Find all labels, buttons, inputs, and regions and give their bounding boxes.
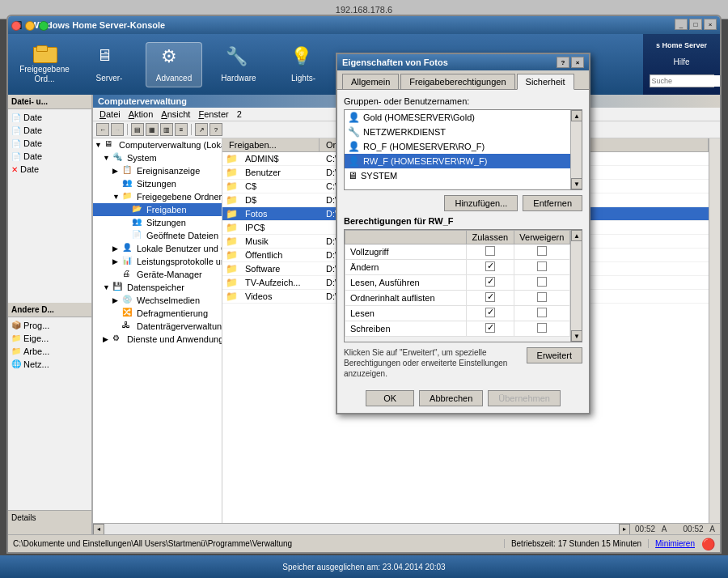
user-system[interactable]: 🖥 SYSTEM	[345, 168, 570, 183]
sidebar-item-date4[interactable]: 📄Date	[10, 150, 90, 163]
tree-item-ereignis[interactable]: ▶ 📋 Ereignisanzeige	[93, 164, 222, 177]
sidebar-item-date2[interactable]: 📄Date	[10, 124, 90, 137]
back-btn[interactable]: ←	[96, 123, 109, 136]
dialog-close-btn[interactable]: ×	[571, 57, 584, 68]
erweitert-btn[interactable]: Erweitert	[527, 347, 582, 363]
perms-scroll-up[interactable]: ▲	[571, 230, 582, 241]
ubernehmen-btn[interactable]: Übernehmen	[488, 390, 561, 406]
perm-deny-lesen-ausfuhren[interactable]	[514, 275, 569, 291]
minimieren-btn[interactable]: Minimieren	[655, 539, 695, 548]
tree-item-leistung[interactable]: ▶ 📊 Leistungsprotokolle und War	[93, 255, 222, 268]
toolbar-item-freigegebene[interactable]: FreigegebeneOrd...	[16, 42, 73, 87]
scroll-right-btn[interactable]: ▸	[619, 524, 630, 535]
fwd-btn[interactable]: →	[111, 123, 124, 136]
tree-item-sitzungen[interactable]: 👥 Sitzungen	[93, 177, 222, 190]
view-btn1[interactable]: ▤	[131, 123, 144, 136]
users-scrollbar[interactable]: ▲ ▼	[570, 110, 582, 189]
tree-item-freigegebene[interactable]: ▼ 📁 Freigegebene Ordner	[93, 190, 222, 203]
menu-fenster[interactable]: Fenster	[195, 108, 231, 120]
sidebar-item-date3[interactable]: 📄Date	[10, 137, 90, 150]
tree-item-sitz2[interactable]: 👥 Sitzungen	[93, 216, 222, 229]
scroll-down-arrow[interactable]: ▼	[571, 178, 582, 189]
export-btn[interactable]: ↗	[195, 123, 208, 136]
scroll-up-arrow[interactable]: ▲	[571, 110, 582, 121]
cb-deny-andern[interactable]	[537, 261, 547, 271]
perm-allow-vollzugriff[interactable]	[467, 244, 514, 260]
sidebar-item-eige[interactable]: 📁Eige...	[10, 332, 90, 345]
tree-item-dienste[interactable]: ▶ ⚙ Dienste und Anwendungen	[93, 333, 222, 346]
help-btn[interactable]: Hilfe	[673, 57, 689, 66]
tab-allgemein[interactable]: Allgemein	[342, 74, 399, 89]
scroll-track-users[interactable]	[571, 121, 582, 178]
minimize-btn[interactable]: _	[675, 19, 688, 30]
ok-btn[interactable]: OK	[366, 390, 414, 406]
tree-item-local-users[interactable]: ▶ 👤 Lokale Benutzer und Gruppe	[93, 242, 222, 255]
sidebar-item-arbe[interactable]: 📁Arbe...	[10, 345, 90, 358]
cb-allow-schreiben[interactable]	[485, 323, 495, 333]
tree-item-datentr[interactable]: 🖧 Datenträgerverwaltung	[93, 320, 222, 333]
mac-min-btn[interactable]	[25, 21, 35, 31]
sidebar-item-prog[interactable]: 📦Prog...	[10, 319, 90, 332]
cb-allow-lesen[interactable]	[485, 277, 495, 287]
toolbar-item-advanced[interactable]: ⚙ Advanced	[146, 42, 202, 87]
tree-item-freigaben[interactable]: 📂 Freigaben	[93, 203, 222, 216]
sidebar-item-date5[interactable]: ✕Date	[10, 163, 90, 176]
toolbar-item-lights[interactable]: 💡 Lights-	[275, 43, 332, 87]
tab-sicherheit[interactable]: Sicherheit	[517, 74, 574, 90]
help-btn-small[interactable]: ?	[210, 123, 222, 136]
menu-datei[interactable]: Datei	[96, 108, 124, 120]
cb-deny-lesen2[interactable]	[537, 308, 547, 317]
perms-scrollbar[interactable]: ▲ ▼	[570, 230, 582, 342]
tree-item-defrag[interactable]: 🔀 Defragmentierung	[93, 307, 222, 320]
tree-item-system[interactable]: ▼ 🔩 System	[93, 151, 222, 164]
sidebar-item-date1[interactable]: 📄Date	[10, 111, 90, 124]
perm-deny-andern[interactable]	[514, 260, 569, 275]
tree-item-opened[interactable]: 📄 Geöffnete Dateien	[93, 229, 222, 242]
search-input[interactable]	[650, 75, 722, 87]
col-freigaben[interactable]: Freigaben...	[222, 138, 320, 151]
cb-deny-lesen[interactable]	[537, 277, 547, 287]
cb-deny-vollzugriff[interactable]	[537, 246, 547, 256]
scroll-track[interactable]	[104, 524, 619, 535]
tree-item-root[interactable]: ▼ 🖥 Computerverwaltung (Lokal)	[93, 138, 222, 151]
menu-2[interactable]: 2	[234, 108, 245, 120]
view-btn3[interactable]: ▥	[160, 123, 173, 136]
mac-close-btn[interactable]	[11, 21, 21, 31]
cb-allow-vollzugriff[interactable]	[485, 246, 495, 256]
perms-scroll-track[interactable]	[571, 241, 582, 330]
user-gold[interactable]: 👤 Gold (HOMESERVER\Gold)	[345, 110, 570, 125]
perm-deny-schreiben[interactable]	[514, 321, 569, 337]
menu-ansicht[interactable]: Ansicht	[158, 108, 193, 120]
tree-item-wechsel[interactable]: ▶ 💿 Wechselmedien	[93, 294, 222, 307]
close-btn[interactable]: ×	[704, 19, 717, 30]
perm-deny-vollzugriff[interactable]	[514, 244, 569, 260]
scroll-left-btn[interactable]: ◂	[93, 524, 104, 535]
list-scrollbar[interactable]	[709, 138, 720, 523]
perm-allow-ordner[interactable]	[467, 291, 514, 306]
abbrechen-btn[interactable]: Abbrechen	[419, 390, 483, 406]
perm-allow-andern[interactable]	[467, 260, 514, 275]
tree-item-datenspeicher[interactable]: ▼ 💾 Datenspeicher	[93, 281, 222, 294]
cb-allow-ordner[interactable]	[485, 292, 495, 302]
user-ro-f[interactable]: 👤 RO_F (HOMESERVER\RO_F)	[345, 139, 570, 154]
mac-max-btn[interactable]	[39, 21, 49, 31]
perm-deny-ordner[interactable]	[514, 291, 569, 306]
cb-deny-schreiben[interactable]	[537, 323, 547, 333]
toolbar-item-hardware[interactable]: 🔧 Hardware	[210, 43, 267, 87]
tree-item-geraete[interactable]: 🖨 Geräte-Manager	[93, 268, 222, 281]
add-btn[interactable]: Hinzufügen...	[444, 195, 518, 211]
view-btn2[interactable]: ▦	[146, 123, 159, 136]
perm-deny-lesen2[interactable]	[514, 306, 569, 321]
dialog-help-btn[interactable]: ?	[557, 57, 569, 68]
perm-allow-lesen-ausfuhren[interactable]	[467, 275, 514, 291]
sidebar-item-netz[interactable]: 🌐Netz...	[10, 358, 90, 371]
user-rw-f[interactable]: 👤 RW_F (HOMESERVER\RW_F)	[345, 154, 570, 168]
perm-allow-lesen2[interactable]	[467, 306, 514, 321]
view-btn4[interactable]: ≡	[175, 123, 188, 136]
power-icon[interactable]: 🔴	[701, 538, 715, 550]
tab-freigabeber[interactable]: Freigabeberechtigungen	[400, 74, 514, 89]
perms-scroll-down[interactable]: ▼	[571, 330, 582, 342]
cb-allow-andern[interactable]	[485, 261, 495, 271]
remove-btn[interactable]: Entfernen	[523, 195, 582, 211]
menu-aktion[interactable]: Aktion	[125, 108, 157, 120]
